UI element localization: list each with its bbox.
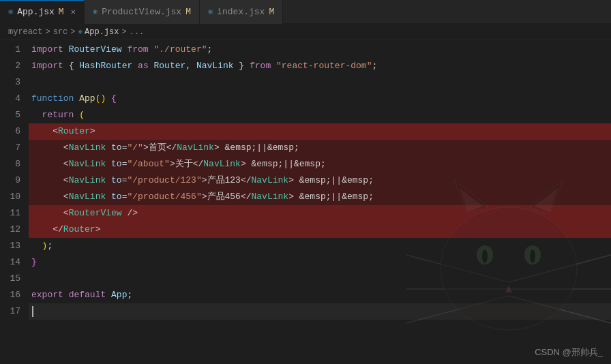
code-line-1: import RouterView from "./router"; (29, 42, 611, 58)
tab-modified-3: M (269, 7, 274, 17)
code-line-11: <RouterView /> (29, 205, 611, 222)
ln-17: 17 (0, 303, 20, 320)
ln-15: 15 (0, 271, 20, 287)
line-numbers: 1 2 3 4 5 6 7 8 9 10 11 12 13 14 15 16 1… (0, 40, 29, 364)
breadcrumb-sep-2: > (70, 27, 75, 37)
ln-5: 5 (0, 107, 20, 123)
ln-2: 2 (0, 58, 20, 74)
breadcrumb: myreact > src > ⚛ App.jsx > ... (0, 24, 611, 40)
tab-modified-1: M (59, 7, 64, 17)
ln-10: 10 (0, 189, 20, 205)
ln-9: 9 (0, 172, 20, 189)
tab-label-2: ProductView.jsx (102, 7, 181, 17)
code-line-8: <NavLink to="/about">关于</NavLink> &emsp;… (29, 156, 611, 172)
ln-8: 8 (0, 156, 20, 172)
breadcrumb-react-icon: ⚛ (78, 27, 83, 36)
code-content[interactable]: import RouterView from "./router"; impor… (29, 40, 611, 364)
editor: 1 2 3 4 5 6 7 8 9 10 11 12 13 14 15 16 1… (0, 40, 611, 364)
tab-label-1: App.jsx (17, 7, 55, 17)
breadcrumb-sep-1: > (45, 27, 50, 37)
ln-7: 7 (0, 140, 20, 156)
breadcrumb-file: App.jsx (85, 27, 119, 37)
tab-bar: ⚛ App.jsx M ✕ ⚛ ProductView.jsx M ⚛ inde… (0, 0, 611, 24)
tab-label-3: index.jsx (217, 7, 265, 17)
ln-14: 14 (0, 254, 20, 271)
ln-16: 16 (0, 287, 20, 303)
code-line-14: } (29, 254, 611, 271)
breadcrumb-more: ... (130, 27, 145, 37)
code-line-12: </Router> (29, 222, 611, 238)
tab-index-jsx[interactable]: ⚛ index.jsx M (200, 0, 283, 24)
ln-4: 4 (0, 91, 20, 107)
code-line-5: return ( (29, 107, 611, 123)
ln-12: 12 (0, 222, 20, 238)
breadcrumb-src: src (53, 27, 68, 37)
tab-modified-2: M (185, 7, 191, 17)
watermark: CSDN @邢帅兵_ (535, 346, 603, 359)
breadcrumb-sep-3: > (121, 27, 126, 37)
ln-13: 13 (0, 238, 20, 254)
code-line-16: export default App; (29, 287, 611, 303)
code-line-6: <Router> (29, 123, 611, 140)
code-line-17 (29, 303, 611, 320)
react-icon-3: ⚛ (208, 7, 213, 17)
ln-1: 1 (0, 42, 20, 58)
tab-app-jsx[interactable]: ⚛ App.jsx M ✕ (0, 0, 85, 24)
code-line-7: <NavLink to="/">首页</NavLink> &emsp;||&em… (29, 140, 611, 156)
code-line-3 (29, 74, 611, 91)
code-line-4: function App() { (29, 91, 611, 107)
ln-6: 6 (0, 123, 20, 140)
code-line-15 (29, 271, 611, 287)
code-line-13: ); (29, 238, 611, 254)
react-icon-2: ⚛ (93, 7, 98, 17)
code-line-9: <NavLink to="/product/123">产品123</NavLin… (29, 172, 611, 189)
code-line-10: <NavLink to="/product/456">产品456</NavLin… (29, 189, 611, 205)
react-icon-1: ⚛ (8, 7, 13, 17)
tab-product-view[interactable]: ⚛ ProductView.jsx M (85, 0, 200, 24)
tab-close-1[interactable]: ✕ (71, 7, 76, 17)
ln-11: 11 (0, 205, 20, 222)
breadcrumb-text: myreact (8, 27, 42, 37)
ln-3: 3 (0, 74, 20, 91)
code-line-2: import { HashRouter as Router, NavLink }… (29, 58, 611, 74)
